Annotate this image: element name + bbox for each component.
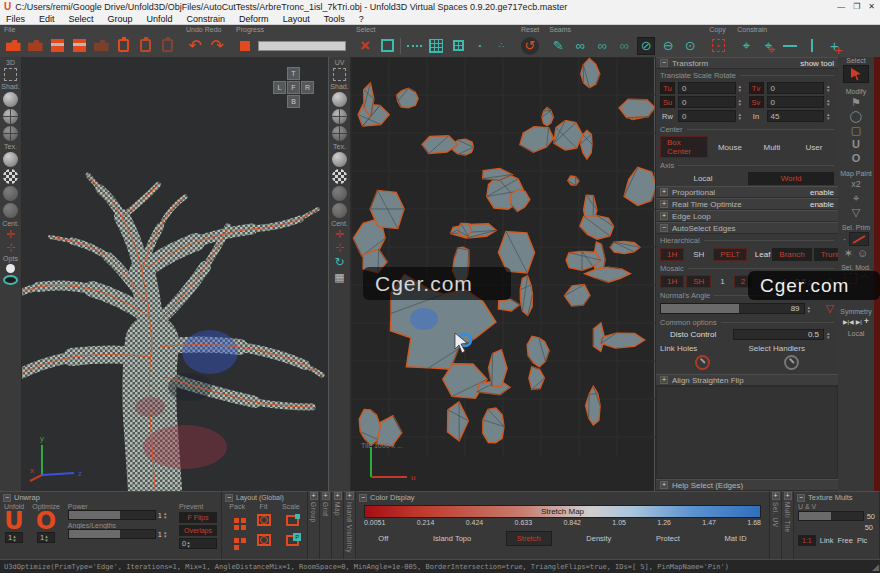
custom-texture-icon[interactable] [3, 186, 18, 201]
expand-icon[interactable]: + [346, 492, 354, 500]
expand-icon[interactable]: + [660, 481, 668, 489]
weld-seam-icon[interactable]: ⊖ [659, 37, 677, 55]
import-clip-icon[interactable] [136, 37, 154, 55]
realtime-header[interactable]: + Real Time Optimize enable [656, 198, 838, 210]
expand-icon[interactable]: + [310, 492, 318, 500]
warp-tool-icon[interactable]: ⚑ [851, 96, 861, 109]
uv-checker-texture-icon[interactable] [332, 169, 347, 184]
small-grid-select-icon[interactable] [449, 37, 467, 55]
unfold-iterations[interactable]: 1▴▾ [5, 532, 23, 543]
overlaps-button[interactable]: Overlaps [179, 525, 217, 536]
nav-left[interactable]: L [273, 81, 286, 94]
normals-angle-spinner[interactable]: ▴▾ [808, 305, 815, 313]
layout-header[interactable]: − Layout (Global) [222, 492, 307, 503]
rw-field[interactable]: 0 [678, 110, 736, 122]
vertex-prim-icon[interactable]: · [843, 233, 847, 246]
uv-grid-icon[interactable]: ▦ [334, 271, 344, 284]
mode-off-button[interactable]: Off [368, 532, 398, 545]
rw-spinner[interactable]: ▴▾ [739, 112, 746, 120]
sv-label[interactable]: Sv [749, 96, 764, 108]
link-button[interactable]: Link [820, 536, 834, 545]
checker-texture-icon[interactable] [3, 169, 18, 184]
center-selection-icon[interactable]: ✛ [6, 229, 15, 240]
leaf-label[interactable]: Leaf [755, 250, 771, 259]
uv-sync-icon[interactable]: ↻ [334, 255, 344, 269]
mosaic-sh-button[interactable]: SH [686, 275, 711, 288]
symmetry-add-icon[interactable]: + [864, 316, 869, 326]
clear-selection-icon[interactable]: × [356, 37, 374, 55]
center-box-center-button[interactable]: Box Center [660, 136, 708, 158]
x2-density-icon[interactable]: x2 [851, 178, 861, 191]
in-field[interactable]: 45 [767, 110, 825, 122]
pack-selected-button[interactable] [226, 532, 246, 548]
menu-edit[interactable]: Edit [39, 14, 55, 24]
rw-label[interactable]: Rw [660, 110, 675, 122]
tree-model-render[interactable] [0, 57, 329, 491]
uv-center-selection-icon[interactable]: ✛ [335, 229, 344, 240]
export-icon[interactable] [92, 37, 110, 55]
align-header[interactable]: + Align Straighten Flip [656, 374, 838, 386]
color-display-header[interactable]: − Color Display [356, 492, 769, 503]
cluster-select-icon[interactable]: ∴ [493, 37, 511, 55]
in-label[interactable]: In [749, 110, 764, 122]
open-file-icon[interactable] [4, 37, 22, 55]
mode-island-topo-button[interactable]: Island Topo [423, 532, 481, 545]
reset-icon[interactable]: ↺ [521, 37, 539, 55]
collapse-icon[interactable]: − [3, 494, 11, 502]
center-object-icon[interactable]: ⊹ [6, 242, 15, 253]
wireframe-mode-icon[interactable] [3, 109, 18, 124]
su-label[interactable]: Su [660, 96, 675, 108]
uv-custom-texture-icon[interactable] [332, 186, 347, 201]
helpselect-header[interactable]: + Help Select (Edges) [656, 479, 838, 491]
constrain-line-icon[interactable] [781, 37, 799, 55]
collapse-icon[interactable]: − [225, 494, 233, 502]
stop-icon[interactable] [236, 37, 254, 55]
pack-islands-button[interactable] [226, 512, 246, 528]
sel-uv-strip[interactable]: + Sel. UV [770, 491, 782, 559]
mode-density-button[interactable]: Density [576, 532, 621, 545]
unfold-button[interactable]: U [4, 510, 24, 532]
expand-icon[interactable]: + [322, 492, 330, 500]
close-button[interactable]: ✕ [868, 2, 875, 11]
collapse-icon[interactable]: − [359, 494, 367, 502]
mode-protect-button[interactable]: Protect [646, 532, 690, 545]
save-as-icon[interactable] [70, 37, 88, 55]
stretch-texture-icon[interactable] [3, 203, 18, 218]
menu-group[interactable]: Group [108, 14, 133, 24]
protect-shield-icon[interactable]: ▽ [852, 206, 860, 219]
transform-header[interactable]: − Transform show tool [656, 57, 838, 69]
tv-spinner[interactable]: ▴▾ [827, 84, 834, 92]
point-select-icon[interactable]: • [471, 37, 489, 55]
dotted-select-icon[interactable] [405, 37, 423, 55]
expand-icon[interactable]: + [660, 376, 668, 384]
expand-icon[interactable]: + [660, 200, 668, 208]
group-strip[interactable]: + Group [308, 491, 320, 559]
power-spinner[interactable]: ▴▾ [164, 511, 171, 519]
nav-front[interactable]: F [287, 81, 300, 94]
symmetry-mirror-icon[interactable]: ▶|◀ [843, 318, 854, 325]
hier-sh-button[interactable]: SH [686, 248, 711, 261]
multi-tile-strip[interactable]: + Multi Tile [782, 491, 794, 559]
view-nav-cross[interactable]: T L F R B [273, 67, 314, 108]
collapse-icon[interactable]: − [660, 59, 668, 67]
menu-select[interactable]: Select [69, 14, 94, 24]
center-user-button[interactable]: User [794, 141, 834, 154]
proportional-header[interactable]: + Proportional enable [656, 186, 838, 198]
unweld-seam-icon[interactable]: ⊙ [681, 37, 699, 55]
fit-islands-button[interactable] [254, 512, 274, 528]
maximize-button[interactable]: ❐ [853, 2, 860, 11]
angles-spinner[interactable]: ▴▾ [164, 530, 171, 538]
select-tool-button[interactable] [843, 65, 869, 83]
su-spinner[interactable]: ▴▾ [739, 98, 746, 106]
prevent-value-field[interactable]: 0▴▾ [179, 538, 217, 549]
tv-label[interactable]: Tv [749, 82, 764, 94]
uv-shadedwire-mode-icon[interactable] [332, 126, 347, 141]
su-field[interactable]: 0 [678, 96, 736, 108]
menu-tools[interactable]: Tools [324, 14, 345, 24]
menu-files[interactable]: Files [6, 14, 25, 24]
fit-selected-button[interactable] [254, 532, 274, 548]
nav-top[interactable]: T [287, 67, 300, 80]
polygon-prim-icon[interactable]: ✶ [844, 247, 853, 260]
optimize-button[interactable]: O [36, 510, 56, 532]
collapse-icon[interactable]: − [797, 494, 805, 502]
